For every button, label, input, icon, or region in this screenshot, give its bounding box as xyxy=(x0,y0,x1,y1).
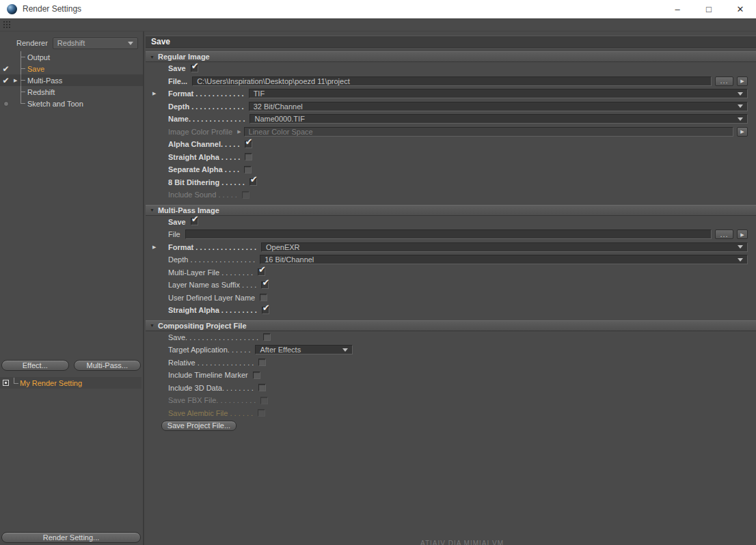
file-path-input[interactable]: C:\Users\Inspiration\Desktop\poezd 11\pr… xyxy=(192,76,712,86)
settings-tree: Output ✔ Save ✔ ▶ Multi-Pass Redshift Sk… xyxy=(0,51,143,109)
browse-button[interactable]: ... xyxy=(715,76,733,86)
target-application-dropdown[interactable]: After Effects xyxy=(255,345,353,354)
relative-label: Relative . . . . . . . . . . . . . . xyxy=(168,359,254,367)
image-color-profile-label: Image Color Profile xyxy=(168,128,232,136)
save-enabled-check-icon[interactable]: ✔ xyxy=(2,65,9,73)
collapse-arrow-icon: ▼ xyxy=(150,208,154,212)
tree-item-save[interactable]: ✔ Save xyxy=(0,63,143,74)
tree-line xyxy=(21,80,25,81)
separate-alpha-checkbox[interactable] xyxy=(244,166,252,173)
chevron-down-icon xyxy=(738,258,743,262)
target-application-value: After Effects xyxy=(260,346,301,354)
depth-dropdown[interactable]: 32 Bit/Channel xyxy=(249,102,748,111)
file-label: File xyxy=(168,230,180,238)
save-label: Save. . . . . . . . . . . . . . . . . . xyxy=(168,333,258,341)
section-header-compositing[interactable]: ▼ Compositing Project File xyxy=(146,320,756,331)
tree-item-multipass[interactable]: ✔ ▶ Multi-Pass xyxy=(0,74,143,86)
effect-button[interactable]: Effect... xyxy=(1,360,69,371)
close-button[interactable]: ✕ xyxy=(725,0,756,18)
row-regular-file: File... C:\Users\Inspiration\Desktop\poe… xyxy=(146,75,756,88)
alpha-channel-checkbox[interactable]: ✔ xyxy=(245,141,252,148)
multipass-format-dropdown[interactable]: OpenEXR xyxy=(261,242,748,252)
save-label: Save xyxy=(168,64,186,72)
expand-arrow-icon[interactable]: ▶ xyxy=(152,91,156,96)
section-header-regular-image[interactable]: ▼ Regular Image xyxy=(146,51,756,62)
format-dropdown[interactable]: TIF xyxy=(249,89,748,98)
icp-options-button[interactable]: ▶ xyxy=(737,127,748,137)
toolbar-strip xyxy=(0,18,756,31)
regular-save-checkbox[interactable]: ✔ xyxy=(191,65,198,72)
tree-item-output[interactable]: Output xyxy=(0,51,143,63)
renderer-dropdown[interactable]: Redshift xyxy=(53,38,138,49)
row-save-fbx-file: Save FBX File. . . . . . . . . . xyxy=(146,394,756,407)
format-value: TIF xyxy=(254,89,265,98)
multipass-depth-dropdown[interactable]: 16 Bit/Channel xyxy=(260,255,748,264)
compositing-save-checkbox[interactable] xyxy=(263,333,271,341)
gutter: ✔ xyxy=(0,65,12,73)
row-relative: Relative . . . . . . . . . . . . . . xyxy=(146,357,756,369)
chevron-down-icon xyxy=(342,348,348,352)
tree-item-label: Output xyxy=(25,53,50,61)
maximize-button[interactable]: □ xyxy=(693,0,725,18)
row-target-application: Target Application. . . . . . After Effe… xyxy=(146,344,756,357)
timeline-marker-checkbox[interactable] xyxy=(253,372,260,379)
disabled-dot-icon[interactable] xyxy=(3,101,9,107)
row-layer-name-suffix: Layer Name as Suffix . . . . ✔ xyxy=(146,279,756,292)
expand-arrow-icon[interactable]: ▶ xyxy=(152,244,156,249)
check-icon: ✔ xyxy=(245,137,253,146)
include-3d-data-checkbox[interactable] xyxy=(258,384,266,391)
name-label: Name. . . . . . . . . . . . . . xyxy=(168,115,245,123)
save-project-file-button[interactable]: Save Project File... xyxy=(161,421,237,431)
row-multipass-format: ▶ Format . . . . . . . . . . . . . . . O… xyxy=(146,241,756,254)
layer-name-suffix-checkbox[interactable]: ✔ xyxy=(261,281,269,289)
check-icon: ✔ xyxy=(262,303,270,312)
active-setting-icon xyxy=(3,380,9,386)
multilayer-file-checkbox[interactable]: ✔ xyxy=(258,268,265,276)
my-render-setting-item[interactable]: My Render Setting xyxy=(0,377,141,389)
multipass-straight-alpha-checkbox[interactable]: ✔ xyxy=(262,307,269,314)
multi-pass-button[interactable]: Multi-Pass... xyxy=(74,360,141,371)
grip-handle-icon[interactable] xyxy=(3,21,5,23)
row-regular-format: ▶ Format . . . . . . . . . . . . TIF xyxy=(146,87,756,100)
expand-arrow-icon[interactable]: ▶ xyxy=(14,78,17,83)
chevron-down-icon xyxy=(738,117,743,121)
row-include-3d-data: Include 3D Data. . . . . . . . xyxy=(146,382,756,395)
section-header-multipass-image[interactable]: ▼ Multi-Pass Image xyxy=(146,205,756,216)
multipass-file-input[interactable] xyxy=(185,229,712,239)
relative-checkbox[interactable] xyxy=(258,359,266,366)
tree-item-sketch-and-toon[interactable]: Sketch and Toon xyxy=(0,98,143,109)
titlebar: Render Settings – □ ✕ xyxy=(0,0,756,18)
file-token-button[interactable]: ▶ xyxy=(737,76,748,86)
row-user-defined-layer-name: User Defined Layer Name xyxy=(146,292,756,305)
dithering-checkbox[interactable]: ✔ xyxy=(249,178,257,186)
check-icon: ✔ xyxy=(191,214,199,223)
tree-item-label: Save xyxy=(25,65,44,73)
dithering-label: 8 Bit Dithering . . . . . . xyxy=(168,178,245,186)
minimize-button[interactable]: – xyxy=(662,0,693,18)
renderer-label: Renderer xyxy=(16,39,48,47)
check-icon: ✔ xyxy=(191,61,199,70)
tree-item-redshift[interactable]: Redshift xyxy=(0,86,143,98)
file-token-button[interactable]: ▶ xyxy=(737,229,748,239)
name-dropdown[interactable]: Name0000.TIF xyxy=(249,114,748,124)
render-setting-button[interactable]: Render Setting... xyxy=(1,532,141,543)
tree-line xyxy=(21,57,25,57)
browse-button[interactable]: ... xyxy=(715,229,733,239)
section-label: Multi-Pass Image xyxy=(158,206,219,214)
tree-line xyxy=(14,378,18,384)
format-label: Format . . . . . . . . . . . . . . . xyxy=(168,243,256,251)
tree-line xyxy=(21,92,25,92)
row-multipass-depth: Depth . . . . . . . . . . . . . . . . 16… xyxy=(146,253,756,266)
save-label: Save xyxy=(168,218,186,226)
chevron-down-icon xyxy=(738,245,743,249)
multipass-enabled-check-icon[interactable]: ✔ xyxy=(2,76,9,85)
straight-alpha-checkbox[interactable] xyxy=(245,153,252,160)
name-value: Name0000.TIF xyxy=(254,115,304,123)
collapse-arrow-icon: ▼ xyxy=(150,323,154,328)
depth-label: Depth . . . . . . . . . . . . . xyxy=(168,102,244,111)
depth-label: Depth . . . . . . . . . . . . . . . . xyxy=(168,255,255,264)
user-defined-layer-name-checkbox[interactable] xyxy=(260,294,267,301)
multipass-save-checkbox[interactable]: ✔ xyxy=(191,218,198,225)
row-include-sound: Include Sound . . . . . xyxy=(146,188,756,201)
row-image-color-profile: Image Color Profile ▶ Linear Color Space… xyxy=(146,126,756,139)
